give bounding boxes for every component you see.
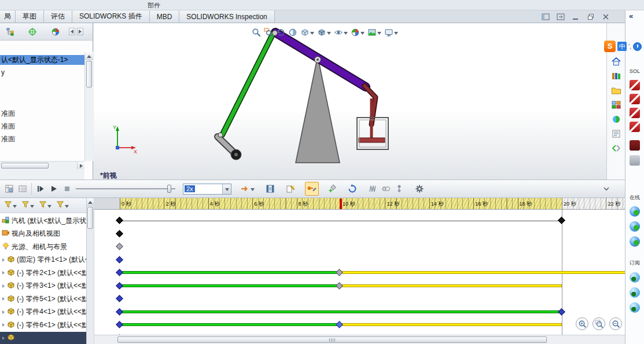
- xpress-tool-icon[interactable]: [630, 122, 640, 132]
- section-view-icon[interactable]: [288, 27, 298, 38]
- feature-tree-item-3[interactable]: 准面: [0, 109, 84, 119]
- online-resource-icon[interactable]: [630, 221, 640, 232]
- command-tab-1[interactable]: 局: [0, 10, 16, 23]
- motion-tree-row-9[interactable]: (-) 零件6<1> (默认<<默认: [0, 319, 87, 331]
- command-tab-5[interactable]: MBD: [150, 10, 180, 23]
- timeline-bar-green[interactable]: [120, 310, 562, 313]
- expand-panel-icon[interactable]: [555, 12, 565, 21]
- xpress-tool-icon[interactable]: [630, 108, 640, 118]
- expander-icon[interactable]: [2, 321, 5, 329]
- pager-right-icon[interactable]: [77, 28, 83, 35]
- feature-tree-item-2[interactable]: y: [0, 68, 84, 78]
- restore-button[interactable]: [586, 12, 595, 21]
- motion-tree-row-6[interactable]: (-) 零件3<1> (默认<<默认: [0, 280, 87, 292]
- taskpane-tab-appearances-icon[interactable]: [609, 114, 623, 125]
- gray-link-part[interactable]: [218, 137, 234, 153]
- filter-animated-icon[interactable]: [21, 200, 34, 210]
- taskpane-tab-custom-properties-icon[interactable]: [609, 128, 623, 140]
- close-button[interactable]: [601, 12, 610, 21]
- previous-view-icon[interactable]: [275, 27, 286, 38]
- sogou-logo-icon[interactable]: S: [604, 41, 616, 52]
- taskpane-tab-back-forward-icon[interactable]: [609, 142, 623, 154]
- tool-icon[interactable]: [630, 155, 640, 166]
- feature-tree-item-1[interactable]: 认<默认_显示状态-1>: [0, 55, 84, 65]
- motion-tree-row-4[interactable]: (固定) 零件1<1> (默认<<: [0, 254, 87, 266]
- vscroll-thumb[interactable]: [86, 61, 92, 87]
- dropdown-caret-icon[interactable]: [327, 28, 331, 36]
- dropdown-caret-icon[interactable]: [251, 185, 255, 193]
- dropdown-caret-icon[interactable]: [310, 28, 314, 36]
- filter-results-icon[interactable]: [56, 200, 69, 210]
- expander-icon[interactable]: [2, 308, 5, 316]
- add-key-icon[interactable]: [327, 184, 337, 193]
- stop-button[interactable]: [62, 184, 72, 193]
- minimize-button[interactable]: [571, 12, 580, 21]
- dropdown-caret-icon[interactable]: [377, 28, 381, 36]
- view-orientation-icon[interactable]: [300, 27, 315, 38]
- timeline-bar-yellow[interactable]: [340, 271, 625, 274]
- timeline-keypoint[interactable]: [336, 321, 343, 328]
- tool-icon[interactable]: [630, 140, 640, 151]
- spring-icon[interactable]: [368, 184, 377, 193]
- timeline-bar-line[interactable]: [120, 221, 562, 221]
- green-link-part[interactable]: [222, 34, 273, 135]
- feature-tree-item-5[interactable]: 准面: [0, 134, 84, 144]
- expander-icon[interactable]: [2, 334, 5, 342]
- beam-pivot-joint[interactable]: [315, 57, 321, 63]
- timeline-bar-green[interactable]: [120, 323, 340, 326]
- display-manager-tab-icon[interactable]: [50, 26, 61, 38]
- feature-manager-tab-icon[interactable]: [5, 26, 16, 38]
- pager-left-icon[interactable]: [69, 28, 75, 35]
- timeline-keypoint[interactable]: [558, 308, 565, 316]
- expander-icon[interactable]: [2, 282, 5, 290]
- timeline-hscroll-thumb[interactable]: [117, 336, 547, 343]
- language-mode-icon[interactable]: 中: [617, 42, 627, 51]
- subscription-icon[interactable]: [630, 272, 640, 283]
- timeline-keypoint[interactable]: [116, 308, 123, 316]
- command-tab-6[interactable]: SOLIDWORKS Inspection: [179, 10, 274, 23]
- taskpane-tab-view-palette-icon[interactable]: [609, 99, 623, 111]
- motion-tree-row-2[interactable]: 视向及相机视图: [0, 228, 87, 240]
- motion-tree-row-8[interactable]: (-) 零件4<1> (默认<<默认: [0, 306, 87, 319]
- playback-speed-select[interactable]: 2x: [183, 184, 231, 195]
- motion-tree-row-1[interactable]: 汽机 (默认<默认_显示状态-: [0, 214, 87, 227]
- timeline-keypoint[interactable]: [116, 269, 123, 276]
- simulation-setup-icon[interactable]: [415, 184, 424, 193]
- vscroll-thumb[interactable]: [87, 207, 93, 229]
- scroll-up-icon[interactable]: [87, 198, 94, 206]
- taskpane-tab-home-icon[interactable]: [609, 56, 623, 67]
- timeline-bar-yellow[interactable]: [340, 284, 562, 287]
- timeline-keypoint[interactable]: [116, 295, 123, 302]
- animation-wizard-icon[interactable]: [286, 184, 295, 193]
- play-from-start-button[interactable]: [36, 184, 45, 193]
- timeline-ruler[interactable]: 0 秒2 秒4 秒6 秒8 秒10 秒12 秒14 秒16 秒18 秒20 秒2…: [94, 198, 625, 210]
- command-tab-4[interactable]: SOLIDWORKS 插件: [72, 10, 150, 23]
- motion-tree-row-7[interactable]: (-) 零件5<1> (默认<<默认: [0, 292, 87, 305]
- timeline-position-slider[interactable]: [76, 184, 175, 194]
- combo-dropdown-icon[interactable]: [222, 184, 231, 194]
- timeline-keypoint[interactable]: [116, 243, 123, 250]
- timeline-zoom-in-button[interactable]: [576, 317, 588, 330]
- timeline-keypoint[interactable]: [336, 269, 343, 276]
- play-button[interactable]: [49, 184, 58, 193]
- hscroll-thumb[interactable]: [1, 163, 49, 169]
- online-resource-icon[interactable]: [630, 236, 640, 247]
- timeline-grid-icon[interactable]: [18, 184, 27, 193]
- feature-tree-hscrollbar[interactable]: [0, 161, 84, 169]
- subscription-icon[interactable]: [630, 287, 640, 298]
- lower-joint[interactable]: [218, 133, 223, 137]
- slider-thumb[interactable]: [167, 185, 171, 193]
- motion-study-properties-icon[interactable]: [5, 184, 14, 193]
- filter-all-icon[interactable]: [4, 200, 17, 210]
- apply-scene-icon[interactable]: [367, 27, 382, 38]
- autokey-toggle[interactable]: [305, 182, 319, 196]
- command-tab-3[interactable]: 评估: [44, 10, 72, 23]
- hide-show-items-icon[interactable]: [333, 27, 348, 38]
- scroll-right-icon[interactable]: [77, 162, 84, 169]
- zoom-fit-icon[interactable]: [251, 27, 262, 38]
- dropdown-caret-icon[interactable]: [344, 28, 348, 36]
- timeline-bar-green[interactable]: [120, 284, 340, 287]
- zoom-area-icon[interactable]: [263, 27, 274, 38]
- punctuation-mode-icon[interactable]: ’,: [628, 43, 631, 50]
- dock-panel-icon[interactable]: [540, 12, 550, 21]
